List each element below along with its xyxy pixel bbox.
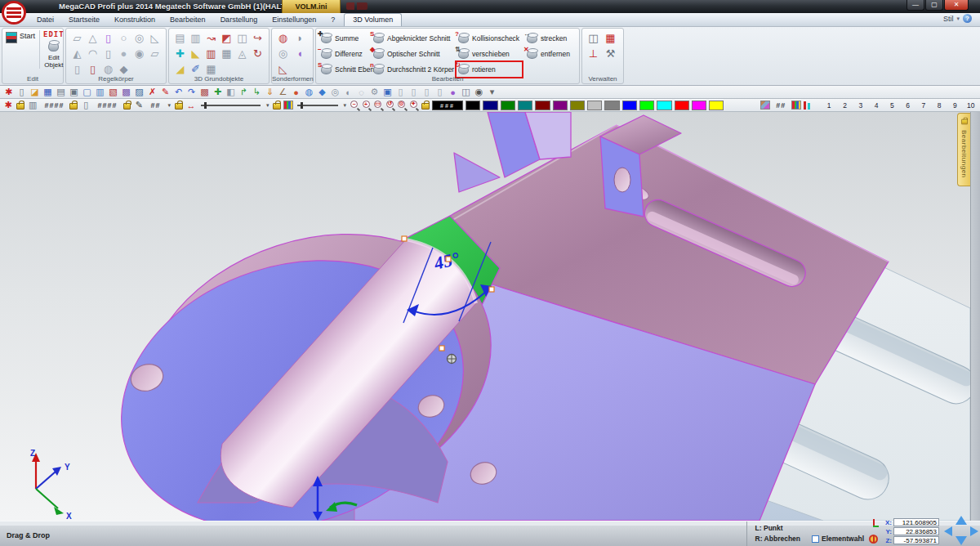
origin-target-icon[interactable] (869, 535, 878, 544)
scale-4-button[interactable]: 4 (870, 101, 883, 110)
material-bars-icon[interactable] (804, 101, 812, 110)
ribbon-icon-torus[interactable]: ◎ (131, 30, 147, 46)
ribbon-button-strecken[interactable]: ↔strecken (525, 31, 576, 46)
side-tab-bearbeitungen[interactable]: Bearbeitungen (957, 113, 970, 186)
ribbon-icon-ecke-kappen[interactable]: ◩ (219, 30, 234, 46)
color-yellow-swatch[interactable] (709, 101, 724, 110)
current-color-swatch[interactable]: ### (432, 101, 463, 110)
color-grid-icon[interactable] (283, 101, 293, 110)
pattern-grid-icon[interactable] (791, 101, 801, 110)
sphere-shaded-icon[interactable]: ◐ (342, 87, 354, 98)
save-file-icon[interactable]: ▦ (42, 87, 54, 98)
file-tab-volm[interactable]: VOLM.ini (282, 0, 341, 13)
zoom-out-icon[interactable]: − (350, 101, 360, 110)
ball-purple-icon[interactable]: ● (447, 87, 459, 98)
color-magenta-swatch[interactable] (692, 101, 706, 110)
layer-list-icon[interactable]: ▥ (27, 100, 38, 111)
selection-filter-icon[interactable]: ▩ (198, 87, 211, 98)
scale-1-button[interactable]: 1 (822, 101, 835, 110)
zoom-all-icon[interactable]: ⊙ (398, 101, 408, 110)
ribbon-button-optischer-schnitt[interactable]: ◆Optischer Schnitt (372, 47, 453, 61)
group-page-icon[interactable]: ▯ (80, 100, 91, 111)
linewidth-dropdown-icon[interactable]: ▾ (265, 102, 271, 109)
ribbon-icon-koerper-heben[interactable]: ◫ (234, 30, 250, 46)
delete-element-icon[interactable]: ✗ (146, 87, 158, 98)
edit-objekt-button[interactable]: EDIT Edit Objekt (43, 30, 65, 69)
coord-z-input[interactable] (893, 536, 939, 544)
ribbon-icon-rotation-kugel[interactable]: ↻ (250, 46, 265, 61)
ucs-move-icon[interactable]: ↳ (251, 87, 263, 98)
group-pair-icon[interactable]: ◫ (460, 87, 472, 98)
pan-right-button[interactable] (970, 526, 978, 536)
redo-icon[interactable]: ↷ (185, 87, 198, 98)
ribbon-icon-anordnung[interactable]: ▦ (219, 46, 234, 61)
sphere-wire-icon[interactable]: ◌ (355, 87, 368, 98)
ribbon-icon-sweep-pfad[interactable]: ↝ (203, 30, 219, 46)
globe-view-icon[interactable]: ◍ (303, 87, 315, 98)
zoom-previous-icon[interactable]: ↺ (386, 101, 396, 110)
ribbon-icon-ring[interactable]: ◎ (275, 46, 291, 61)
snap-star-icon[interactable]: ✱ (2, 100, 14, 111)
ribbon-button-differenz[interactable]: −Differenz (319, 47, 368, 61)
color-green-swatch[interactable] (501, 101, 515, 110)
screen-pages-icon[interactable]: ▩ (120, 87, 132, 98)
undo-icon[interactable]: ↶ (172, 87, 185, 98)
linetype-dropdown-icon[interactable]: ▾ (342, 102, 349, 109)
color-gray-swatch[interactable] (604, 101, 619, 110)
ribbon-icon-hammer[interactable]: ⚒ (603, 46, 618, 61)
texture-preview-icon[interactable] (760, 101, 771, 110)
ribbon-icon-kegel[interactable]: △ (85, 30, 100, 46)
ribbon-icon-zylinder-kipp[interactable]: ▱ (147, 46, 163, 61)
ucs-rotate-icon[interactable]: ↱ (238, 87, 250, 98)
maximize-button[interactable]: ▢ (925, 0, 943, 11)
ribbon-button-kollisionscheck[interactable]: ?Kollisionscheck (457, 31, 522, 46)
ribbon-icon-vereinigung[interactable]: ✚ (172, 46, 188, 61)
ribbon-icon-werkzeugkasten[interactable]: ▦ (603, 30, 618, 46)
color-black-swatch[interactable] (466, 101, 480, 110)
color-maroon-swatch[interactable] (535, 101, 550, 110)
ribbon-icon-kuppel[interactable]: ◠ (85, 46, 100, 61)
hatch-value[interactable]: ## (773, 101, 789, 110)
style-menu[interactable]: Stil (943, 15, 954, 23)
scale-10-button[interactable]: 10 (964, 101, 978, 110)
pen-dropdown-icon[interactable]: ▾ (167, 102, 173, 109)
copy-page-icon[interactable]: ▥ (94, 87, 106, 98)
lock-layer-icon[interactable] (16, 103, 24, 110)
open-file-icon[interactable]: ◪ (29, 87, 41, 98)
tab-3d-volumen[interactable]: 3D Volumen (344, 13, 402, 26)
ribbon-icon-ellipsoid[interactable]: ◉ (131, 46, 147, 61)
scale-2-button[interactable]: 2 (838, 101, 851, 110)
axis-origin-icon[interactable]: ✚ (212, 87, 224, 98)
toolbar-overflow-icon[interactable]: ▾ (486, 87, 498, 98)
disc-view-icon[interactable]: ◎ (329, 87, 341, 98)
ribbon-icon-zylinder-hoehe[interactable]: ▯ (100, 46, 116, 61)
menu-item-startseite[interactable]: Startseite (61, 13, 107, 26)
ribbon-icon-koerper-vergleich[interactable]: ◫ (586, 30, 601, 46)
ribbon-button-verschieben[interactable]: ⇅verschieben (457, 47, 522, 61)
ribbon-icon-rohr-bogen[interactable]: ↪ (250, 30, 265, 46)
page-settings-icon[interactable]: ▧ (107, 87, 119, 98)
line-width-icon[interactable]: ↔ (185, 100, 197, 111)
edit-erase-icon[interactable]: ✎ (159, 87, 172, 98)
color-lime-swatch[interactable] (639, 101, 654, 110)
cube-view-icon[interactable]: ◆ (316, 87, 328, 98)
ribbon-icon-kegel-spitz[interactable]: ◭ (69, 46, 85, 61)
coord-y-input[interactable] (893, 527, 939, 535)
pan-down-button[interactable] (956, 536, 967, 545)
menu-item-einstellungen[interactable]: Einstellungen (265, 13, 323, 26)
pan-left-button[interactable] (944, 526, 952, 536)
box-3d-icon[interactable]: ◧ (225, 87, 237, 98)
ribbon-icon-schale-violett[interactable]: ◖ (292, 46, 308, 61)
color-navy-swatch[interactable] (483, 101, 497, 110)
lock-pen-icon[interactable] (123, 103, 131, 110)
ribbon-button-entfernen[interactable]: ✕entfernen (525, 47, 576, 61)
menu-item-konstruktion[interactable]: Konstruktion (107, 13, 163, 26)
linetype-slider[interactable] (297, 105, 338, 106)
color-olive-swatch[interactable] (570, 101, 585, 110)
coord-x-input[interactable] (893, 518, 939, 526)
color-silver-swatch[interactable] (587, 101, 602, 110)
ribbon-button-summe[interactable]: ✚Summe (319, 31, 368, 46)
cylinder-view-2-icon[interactable]: ▯ (408, 87, 420, 98)
render-ball-icon[interactable]: ● (290, 87, 302, 98)
minimize-button[interactable]: — (906, 0, 924, 11)
